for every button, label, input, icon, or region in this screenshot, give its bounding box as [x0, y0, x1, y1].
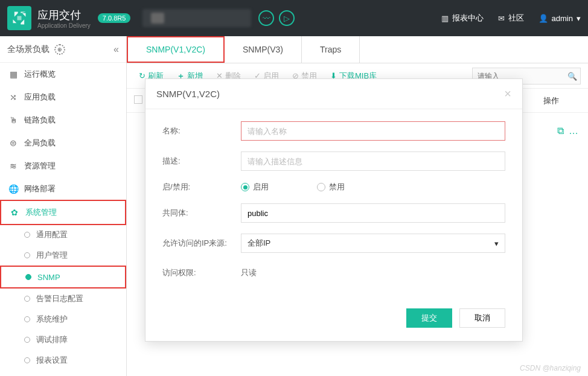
bullet-icon: [24, 232, 30, 238]
link-icon: 🖱: [8, 115, 18, 125]
submit-button[interactable]: 提交: [406, 308, 452, 328]
collapse-icon[interactable]: «: [113, 44, 119, 55]
modal-footer: 提交 取消: [145, 299, 522, 341]
chevron-down-icon: ▾: [577, 14, 581, 23]
search-icon[interactable]: 🔍: [567, 71, 577, 80]
select-value: 全部IP: [248, 238, 270, 249]
nav-label: 全局负载: [24, 138, 56, 148]
bullet-icon: [25, 274, 31, 280]
tab-label: SNMP(V3): [243, 45, 283, 54]
gear-icon: ✿: [10, 208, 19, 217]
nav-system[interactable]: ✿系统管理: [1, 201, 125, 224]
modal-title: SNMP(V1,V2C): [156, 89, 220, 99]
bullet-icon: [24, 316, 30, 322]
nav-label: 应用负载: [24, 92, 56, 103]
nav-resource[interactable]: ≋资源管理: [0, 155, 126, 177]
more-icon[interactable]: …: [569, 126, 578, 136]
dashboard-icon: ▦: [8, 69, 18, 79]
sidebar: 全场景负载 ⊕ « ▦运行概览 ⤭应用负载 🖱链路负载 ⊜全局负载 ≋资源管理 …: [0, 36, 127, 376]
subnav-maintain[interactable]: 系统维护: [0, 309, 126, 330]
subnav-label: SNMP: [37, 273, 60, 282]
version-badge: 7.0.8R5: [98, 13, 131, 23]
user-name: admin: [552, 14, 573, 23]
modal-body: 名称: 描述: 启/禁用: 启用 禁用 共同体: 允许访问的IP来源: 全: [145, 109, 522, 299]
status-icon-1[interactable]: 〰: [258, 10, 274, 26]
tab-label: Traps: [320, 45, 341, 54]
header-redacted: [142, 9, 251, 27]
nav-label: 链路负载: [24, 115, 56, 126]
app-subtitle: Application Delivery: [37, 22, 91, 29]
app-header: 应用交付 Application Delivery 7.0.8R5 〰 ▷ ▥ …: [0, 0, 588, 36]
tab-label: SNMP(V1,V2C): [146, 45, 205, 54]
col-op[interactable]: 操作: [538, 95, 581, 106]
network-icon: 🌐: [8, 184, 18, 194]
subnav-snmp[interactable]: SNMP: [1, 267, 125, 287]
enable-off-radio[interactable]: 禁用: [317, 182, 345, 193]
app-title-block: 应用交付 Application Delivery: [37, 8, 91, 29]
scene-icon: ⊕: [54, 44, 65, 55]
sidebar-header[interactable]: 全场景负载 ⊕ «: [0, 36, 126, 63]
subnav-label: 通用配置: [36, 229, 68, 240]
cancel-button[interactable]: 取消: [459, 308, 505, 328]
enable-on-radio[interactable]: 启用: [241, 182, 269, 193]
desc-input[interactable]: [241, 151, 505, 171]
shuffle-icon: ⤭: [8, 92, 18, 102]
app-title: 应用交付: [37, 8, 91, 22]
community-label: 共同体:: [162, 208, 241, 218]
table-actions: ⧉ …: [557, 126, 578, 136]
community-label: 社区: [508, 13, 524, 24]
tab-snmp-v1v2c[interactable]: SNMP(V1,V2C): [127, 36, 225, 63]
nav-label: 资源管理: [24, 161, 56, 171]
radio-icon: [317, 183, 325, 191]
nav-label: 运行概览: [24, 69, 56, 80]
report-center-link[interactable]: ▥ 报表中心: [441, 13, 484, 24]
subnav-user[interactable]: 用户管理: [0, 245, 126, 266]
subnav-label: 调试排障: [36, 334, 68, 345]
nav-label: 网络部署: [24, 183, 56, 194]
radio-label: 启用: [253, 182, 269, 193]
watermark: CSDN @hanziqing: [520, 364, 581, 372]
subnav-label: 告警日志配置: [36, 293, 83, 304]
community-input[interactable]: [241, 203, 505, 223]
tab-snmp-v3[interactable]: SNMP(V3): [225, 36, 302, 63]
layers-icon: ≋: [8, 161, 18, 171]
nav-label: 系统管理: [25, 207, 57, 218]
perm-label: 访问权限:: [162, 267, 241, 278]
bullet-icon: [24, 357, 30, 363]
subnav-alarm[interactable]: 告警日志配置: [0, 288, 126, 309]
chart-icon: ▥: [441, 14, 449, 23]
community-link[interactable]: ✉ 社区: [498, 13, 524, 24]
modal-header: SNMP(V1,V2C) ×: [145, 79, 522, 109]
nav-overview[interactable]: ▦运行概览: [0, 63, 126, 86]
subnav-debug[interactable]: 调试排障: [0, 330, 126, 350]
status-icon-2[interactable]: ▷: [279, 10, 295, 26]
chevron-down-icon: ▾: [494, 239, 499, 248]
bullet-icon: [24, 296, 30, 302]
ipsource-select[interactable]: 全部IP ▾: [241, 234, 505, 253]
nav-link-load[interactable]: 🖱链路负载: [0, 109, 126, 132]
subnav-general[interactable]: 通用配置: [0, 225, 126, 245]
report-center-label: 报表中心: [452, 13, 484, 24]
copy-icon[interactable]: ⧉: [557, 126, 564, 136]
user-menu[interactable]: 👤 admin ▾: [538, 14, 581, 23]
bullet-icon: [24, 252, 30, 258]
enable-label: 启/禁用:: [162, 182, 241, 193]
bullet-icon: [24, 337, 30, 343]
select-all-checkbox[interactable]: [134, 95, 142, 104]
radio-icon: [241, 183, 249, 191]
close-icon[interactable]: ×: [504, 87, 511, 101]
subnav-report[interactable]: 报表设置: [0, 350, 126, 371]
ipsource-label: 允许访问的IP来源:: [162, 238, 241, 249]
nav-app-load[interactable]: ⤭应用负载: [0, 86, 126, 109]
nav-global-load[interactable]: ⊜全局负载: [0, 132, 126, 155]
tab-traps[interactable]: Traps: [302, 36, 360, 63]
name-input[interactable]: [241, 121, 505, 141]
user-icon: 👤: [538, 14, 548, 23]
nav-network[interactable]: 🌐网络部署: [0, 177, 126, 200]
subnav-label: 系统维护: [36, 314, 68, 325]
name-label: 名称:: [162, 126, 241, 136]
perm-value: 只读: [241, 264, 505, 282]
subnav-label: 报表设置: [36, 355, 68, 366]
desc-label: 描述:: [162, 156, 241, 167]
comment-icon: ✉: [498, 14, 505, 23]
